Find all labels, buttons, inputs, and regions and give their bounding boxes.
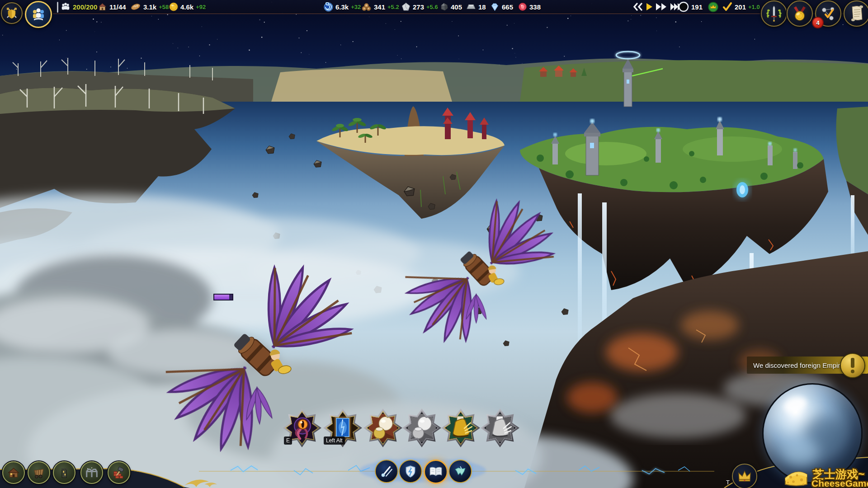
watermark-site: CheeseGame.org — [811, 478, 868, 488]
mana-swirl-icon — [324, 2, 333, 12]
category-terrain-spells[interactable] — [448, 460, 472, 483]
tower-icon — [57, 466, 71, 479]
food-value: 3.1k — [143, 3, 156, 11]
sword-laurel-icon — [765, 5, 783, 22]
shield-swords-icon — [5, 6, 19, 20]
build-industry-button[interactable] — [28, 461, 50, 484]
unit-health-bar — [213, 294, 233, 300]
iron-ingot-icon — [466, 3, 476, 11]
spell-slot-winged-boots-cooldown[interactable] — [481, 408, 519, 447]
open-book-icon — [429, 465, 443, 479]
wood-delta: +5.2 — [387, 4, 399, 10]
day-counter-value: 191 — [691, 3, 703, 11]
checkmark-icon — [722, 2, 732, 11]
notification-banner[interactable]: We discovered foreign Empire! — [747, 357, 868, 374]
logs-icon — [361, 2, 372, 11]
crown-icon — [737, 469, 752, 483]
speed-play-button[interactable] — [646, 0, 653, 14]
play-icon — [646, 3, 653, 11]
wall-hammer-icon — [112, 466, 126, 479]
ore-icon — [439, 2, 448, 11]
diamond-icon — [490, 3, 500, 11]
score-indicator: 201 +1.0 — [722, 0, 760, 14]
stone-delta: +5.6 — [426, 4, 438, 10]
fast-forward-icon — [656, 3, 667, 11]
houses-value: 11/44 — [109, 3, 126, 11]
spell-slot-haste-orbs[interactable] — [363, 408, 402, 447]
resource-rubies: 338 — [518, 0, 541, 14]
resource-food: 3.1k +58 — [130, 0, 169, 14]
gold-value: 4.6k — [180, 3, 193, 11]
score-delta: +1.0 — [748, 4, 760, 10]
haste-orbs-spell-icon — [369, 414, 397, 442]
diplomacy-people-icon — [30, 6, 47, 23]
category-attack-spells[interactable] — [375, 460, 398, 483]
notification-message: We discovered foreign Empire! — [747, 361, 846, 369]
resource-dark-ore: 405 — [439, 0, 462, 14]
diamonds-value: 665 — [502, 3, 513, 11]
terraform-icon — [453, 465, 467, 478]
hotkey-label: Left Alt — [324, 436, 345, 445]
haste-orbs-disabled-icon — [408, 414, 436, 442]
resource-wood: 341 +5.2 — [361, 0, 399, 14]
ruby-icon — [518, 2, 527, 11]
resource-mana: 6.3k +32 — [324, 0, 361, 14]
comet-icon — [380, 465, 393, 478]
objectives-badge: 4 — [812, 17, 824, 28]
achievements-button[interactable] — [787, 0, 813, 27]
eye-tentacle-spell-icon — [288, 414, 316, 442]
iron-value: 18 — [478, 3, 486, 11]
mana-delta: +32 — [351, 4, 361, 10]
winged-boots-spell-icon — [447, 414, 475, 442]
crown-hotkey-label: T — [726, 479, 730, 486]
spell-slot-haste-orbs-cooldown[interactable] — [402, 408, 441, 447]
cheese-icon — [783, 466, 809, 487]
divider — [57, 2, 58, 13]
house-build-icon — [7, 466, 20, 479]
quest-log-button[interactable] — [844, 0, 868, 27]
coin-icon — [169, 2, 178, 11]
resource-diamonds: 665 — [490, 0, 513, 14]
military-rank-button[interactable] — [761, 0, 787, 27]
gold-delta: +92 — [196, 4, 206, 10]
build-walls-button[interactable] — [108, 461, 130, 484]
exclamation-icon[interactable] — [840, 353, 865, 378]
dark-ore-value: 405 — [451, 3, 462, 11]
crown-rank-badge — [708, 0, 718, 14]
build-housing-button[interactable] — [2, 461, 25, 484]
category-spellbook[interactable] — [424, 460, 448, 484]
bridge-icon — [85, 466, 99, 479]
population-icon — [61, 2, 71, 12]
top-resource-bar: 200/200 11/44 3.1k +58 4.6k +92 6.3k +32… — [0, 0, 868, 14]
day-night-clock-icon — [678, 1, 689, 12]
hotkey-label: E — [284, 436, 292, 445]
category-defense-spells[interactable] — [399, 460, 422, 483]
resource-population: 200/200 — [61, 0, 97, 14]
mana-value: 6.3k — [335, 3, 349, 11]
game-screen: 200/200 11/44 3.1k +58 4.6k +92 6.3k +32… — [0, 0, 868, 488]
resource-iron: 18 — [466, 0, 486, 14]
bread-icon — [130, 2, 141, 11]
food-delta: +58 — [159, 4, 169, 10]
rubies-value: 338 — [529, 3, 541, 11]
resource-stone: 273 +5.6 — [401, 0, 438, 14]
speed-fast-button[interactable] — [656, 0, 667, 14]
day-counter: 191 — [678, 0, 703, 14]
population-value: 200/200 — [73, 3, 97, 11]
medal-icon — [792, 5, 808, 22]
kingdom-crown-button[interactable] — [732, 464, 757, 488]
winged-boots-disabled-icon — [486, 414, 514, 442]
diplomacy-button[interactable] — [25, 1, 52, 28]
crown-icon — [708, 2, 718, 12]
resource-houses: 11/44 — [98, 0, 126, 14]
speed-slow-button[interactable] — [633, 0, 643, 14]
build-military-button[interactable] — [53, 461, 75, 484]
build-bridge-button[interactable] — [80, 461, 103, 484]
spell-slot-winged-boots[interactable] — [441, 408, 480, 447]
stone-value: 273 — [413, 3, 424, 11]
rewind-icon — [633, 3, 643, 11]
stone-icon — [401, 2, 410, 11]
house-icon — [98, 2, 107, 12]
resource-gold: 4.6k +92 — [169, 0, 206, 14]
military-shield-button[interactable] — [1, 2, 23, 24]
